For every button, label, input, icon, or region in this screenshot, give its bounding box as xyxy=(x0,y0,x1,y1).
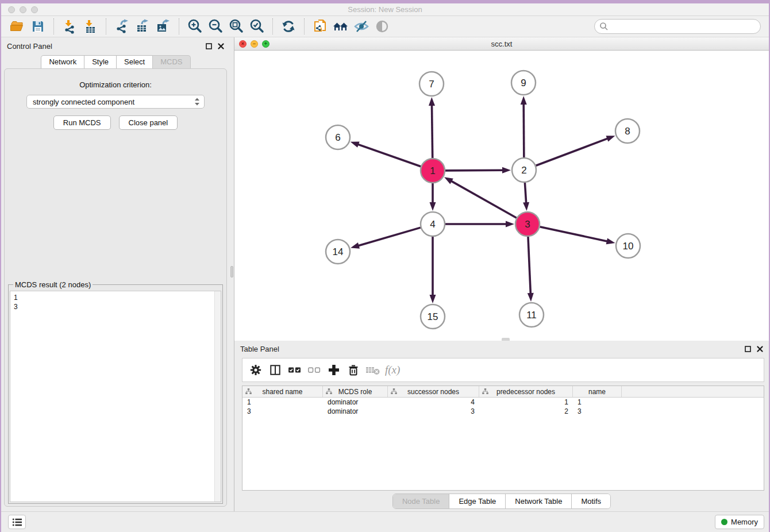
edge-3-11[interactable] xyxy=(528,237,530,295)
column-header-label: shared name xyxy=(262,388,302,396)
column-header-MCDS-role[interactable]: MCDS role xyxy=(323,386,388,397)
tab-network-table[interactable]: Network Table xyxy=(505,494,571,508)
duplicate-network-button[interactable] xyxy=(311,18,329,35)
memory-button[interactable]: Memory xyxy=(715,515,764,529)
run-mcds-button[interactable]: Run MCDS xyxy=(53,115,111,130)
search-field[interactable] xyxy=(594,19,761,34)
column-header-successor-nodes[interactable]: successor nodes xyxy=(388,386,479,397)
edge-2-9[interactable] xyxy=(523,103,524,157)
zoom-out-button[interactable] xyxy=(207,18,224,35)
edge-2-8[interactable] xyxy=(536,138,609,165)
tab-motifs[interactable]: Motifs xyxy=(571,494,610,508)
import-network-button[interactable] xyxy=(61,18,78,35)
zoom-selected-button[interactable] xyxy=(248,18,265,35)
tab-mcds[interactable]: MCDS xyxy=(152,55,190,68)
column-header-shared-name[interactable]: shared name xyxy=(242,386,323,397)
cell-MCDS-role[interactable]: dominator xyxy=(323,407,388,416)
cell-name[interactable]: 1 xyxy=(573,398,622,407)
save-session-button[interactable] xyxy=(29,18,47,35)
open-session-button[interactable] xyxy=(9,18,26,35)
import-table-button[interactable] xyxy=(82,18,99,35)
edge-arrowhead xyxy=(430,202,436,211)
table-panel-header: Table Panel xyxy=(234,341,769,357)
first-neighbors-button[interactable] xyxy=(332,18,349,35)
select-all-rows-button[interactable] xyxy=(285,360,305,380)
column-header-predecessor-nodes[interactable]: predecessor nodes xyxy=(479,386,573,397)
panel-splitter[interactable] xyxy=(230,37,234,511)
delete-column-button[interactable] xyxy=(363,360,383,380)
zoom-in-button[interactable] xyxy=(186,18,203,35)
delete-button[interactable] xyxy=(344,360,363,380)
status-bar: Memory xyxy=(1,511,769,532)
table-tab-bar: Node TableEdge TableNetwork TableMotifs xyxy=(234,491,769,511)
network-canvas[interactable]: 7968124314101511 xyxy=(234,51,770,341)
edge-1-6[interactable] xyxy=(357,144,421,167)
network-window-titlebar[interactable]: × − + scc.txt xyxy=(234,37,769,51)
delete-column-icon xyxy=(365,365,380,375)
export-network-button[interactable] xyxy=(113,18,130,35)
edge-1-7[interactable] xyxy=(432,104,432,158)
mcds-result-group: MCDS result (2 nodes) 1 3 xyxy=(8,284,223,504)
close-panel-button[interactable]: Close panel xyxy=(119,115,178,130)
table-toolbar: f(x) xyxy=(242,358,764,382)
edge-4-14[interactable] xyxy=(357,228,421,246)
edge-arrowhead xyxy=(523,202,529,211)
cell-successor-nodes[interactable]: 4 xyxy=(388,398,479,407)
search-input[interactable] xyxy=(609,22,756,31)
show-details-button[interactable] xyxy=(374,18,391,35)
cell-shared-name[interactable]: 1 xyxy=(242,398,323,407)
result-scrollbar[interactable] xyxy=(214,291,221,502)
cell-successor-nodes[interactable]: 3 xyxy=(388,407,479,416)
tab-edge-table[interactable]: Edge Table xyxy=(449,494,505,508)
cell-predecessor-nodes[interactable]: 1 xyxy=(479,398,573,407)
close-panel-icon[interactable] xyxy=(757,346,763,352)
close-panel-icon[interactable] xyxy=(218,43,224,49)
export-table-button[interactable] xyxy=(134,18,151,35)
float-panel-icon[interactable] xyxy=(745,346,751,352)
cell-MCDS-role[interactable]: dominator xyxy=(323,398,388,407)
cell-predecessor-nodes[interactable]: 2 xyxy=(479,407,573,416)
tab-select[interactable]: Select xyxy=(116,55,153,68)
tab-network[interactable]: Network xyxy=(41,55,84,68)
mcds-result-text[interactable]: 1 3 xyxy=(10,291,214,502)
table-settings-button[interactable] xyxy=(246,360,265,380)
graph-node-label: 2 xyxy=(521,165,526,176)
export-image-button[interactable] xyxy=(155,18,172,35)
edge-2-3[interactable] xyxy=(525,183,526,204)
cell-shared-name[interactable]: 3 xyxy=(242,407,323,416)
network-close-button[interactable]: × xyxy=(239,40,247,48)
apply-layout-button[interactable] xyxy=(280,18,297,35)
float-panel-icon[interactable] xyxy=(206,43,212,49)
criterion-dropdown[interactable]: strongly connected component xyxy=(26,95,205,109)
network-minimize-button[interactable]: − xyxy=(251,40,258,48)
edge-3-10[interactable] xyxy=(540,227,608,242)
toolbar-separator xyxy=(179,18,179,34)
tab-node-table[interactable]: Node Table xyxy=(393,494,449,508)
splitter-grip[interactable] xyxy=(230,266,233,277)
node-table[interactable]: shared nameMCDS rolesuccessor nodesprede… xyxy=(242,385,764,491)
deselect-all-icon xyxy=(307,364,321,376)
canvas-splitter-grip[interactable] xyxy=(502,338,510,341)
edge-3-1[interactable] xyxy=(450,180,516,218)
column-header-name[interactable]: name xyxy=(573,386,622,397)
deselect-all-rows-button[interactable] xyxy=(305,360,324,380)
task-history-button[interactable] xyxy=(8,515,26,529)
tab-style[interactable]: Style xyxy=(84,55,117,68)
edge-1-2[interactable] xyxy=(445,170,504,171)
control-panel-header: Control Panel xyxy=(1,37,230,55)
zoom-fit-button[interactable] xyxy=(228,18,245,35)
table-header-row: shared nameMCDS rolesuccessor nodesprede… xyxy=(242,386,764,398)
table-row[interactable]: 1dominator411 xyxy=(242,398,764,407)
select-all-icon xyxy=(288,364,302,376)
table-row[interactable]: 3dominator323 xyxy=(242,407,764,416)
network-canvas-container[interactable]: 7968124314101511 xyxy=(234,51,769,341)
function-builder-button[interactable]: f(x) xyxy=(385,364,400,376)
show-columns-button[interactable] xyxy=(265,360,285,380)
graph-node-label: 11 xyxy=(526,310,537,321)
create-column-button[interactable] xyxy=(324,360,344,380)
cell-name[interactable]: 3 xyxy=(573,407,622,416)
table-panel-title: Table Panel xyxy=(240,345,279,353)
network-maximize-button[interactable]: + xyxy=(262,40,270,48)
hide-graphics-details-button[interactable] xyxy=(353,18,370,35)
control-panel-title: Control Panel xyxy=(7,42,52,51)
